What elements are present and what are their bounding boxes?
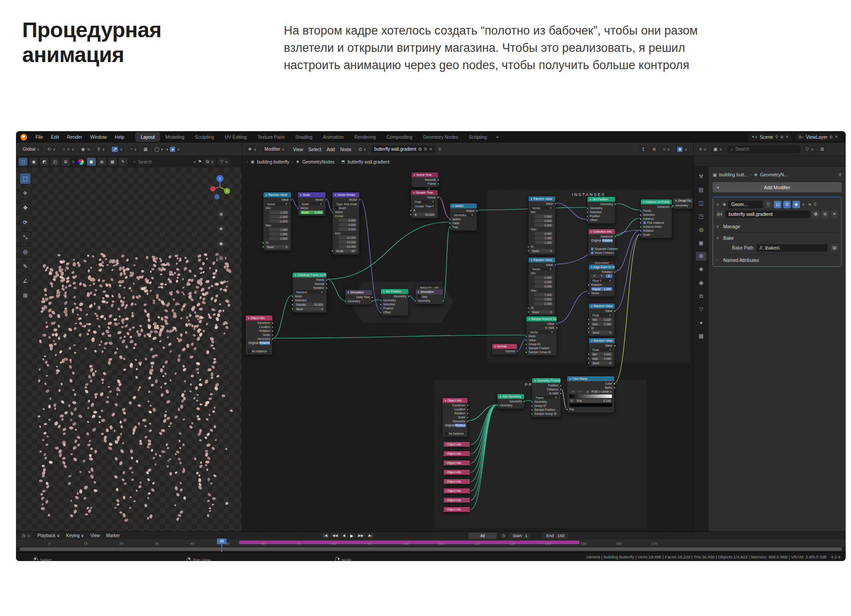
playhead-frame-badge[interactable]: 49 <box>217 538 227 544</box>
node-object-info-s7[interactable]: › Object Info <box>443 497 471 503</box>
timeline-scrollbar[interactable] <box>20 547 842 551</box>
node-socket[interactable] <box>469 480 470 483</box>
breadcrumb-tree[interactable]: butterfly wall.gradient <box>348 160 390 164</box>
node-socket[interactable] <box>371 300 373 302</box>
node-socket[interactable] <box>525 343 527 345</box>
menu-file[interactable]: File <box>31 134 47 140</box>
node-value-field[interactable]: 10.000 <box>338 240 357 244</box>
node-socket[interactable] <box>331 250 333 252</box>
node-value-field[interactable]: 0.000 <box>338 227 357 231</box>
node-socket[interactable] <box>527 311 529 313</box>
node-value-field[interactable]: 0.000 <box>534 232 553 235</box>
viewport-toggle-3[interactable]: ▦ <box>108 158 117 166</box>
timeline-menu-marker[interactable]: Marker <box>103 533 123 538</box>
node-random-value-5[interactable]: ∨ Random ValueValueFloat∨Min0.000Max0.00… <box>588 338 615 367</box>
node-value-field[interactable]: Max0.080 <box>591 322 612 326</box>
node-value-field[interactable]: -1.000 <box>269 215 289 218</box>
node-socket[interactable] <box>358 199 361 201</box>
editor-type-icon[interactable]: ◷∨ <box>20 532 32 539</box>
node-value-field[interactable]: Seed0 <box>531 249 553 253</box>
node-socket[interactable] <box>262 246 264 248</box>
proportional-edit-group[interactable]: ◉∿ <box>79 146 93 153</box>
outliner-body[interactable] <box>694 156 846 167</box>
node-header[interactable]: ∨ Scene Time <box>412 172 438 177</box>
node-header[interactable]: ∨ Instance on Points <box>641 199 672 204</box>
node-dropdown[interactable]: Scale∨ <box>300 202 323 206</box>
node-value-field[interactable]: 7.000 <box>534 293 553 296</box>
node-socket[interactable] <box>672 204 674 207</box>
jump-to-start-button[interactable]: |◀ <box>322 533 329 538</box>
node-collection-info[interactable]: ∨ Collection InfoInstancesOriginalRelati… <box>588 229 616 257</box>
node-object-info-s6[interactable]: › Object Info <box>443 488 471 494</box>
node-header[interactable]: ∨ Geometry Proximity <box>532 378 561 383</box>
node-color-ramp[interactable]: ∨ Color RampColorAlpha+−∨RGB ∨Linear ∨0P… <box>567 376 615 413</box>
node-object-info-s8[interactable]: › Object Info <box>443 507 471 512</box>
workspace-tab-modeling[interactable]: Modeling <box>160 132 190 142</box>
node-group-output[interactable]: ∨ Group Ou...Geometry <box>673 198 693 209</box>
node-socket[interactable] <box>291 295 294 297</box>
node-socket[interactable] <box>613 382 616 385</box>
node-socket[interactable] <box>380 311 382 313</box>
close-icon[interactable]: ✕ <box>835 135 838 139</box>
node-switch[interactable]: ∨ SwitchOutputGeometry∨SwitchFalseTrue <box>450 203 477 231</box>
zoom-icon[interactable]: ⊕ <box>217 210 225 218</box>
node-random-value-3[interactable]: ∨ Random ValueValueVector∨Min:0.0000.000… <box>528 257 556 316</box>
node-socket[interactable] <box>325 287 328 289</box>
node-join-geometry[interactable]: ∨ Join GeometryGeometryGeometry <box>497 394 525 409</box>
properties-tab-1[interactable]: ▤ <box>696 185 706 194</box>
viewport-search-input[interactable]: ⌕ Search <box>129 158 192 166</box>
node-socket[interactable] <box>614 203 616 205</box>
node-group-field[interactable]: butterfly wall.gradient <box>726 211 810 218</box>
pin-icon[interactable]: ⚲ <box>839 172 842 177</box>
node-object-info-s5[interactable]: › Object Info <box>443 479 471 484</box>
node-header[interactable]: ∨ Random Value <box>589 338 615 343</box>
brush-icon[interactable]: ✎ <box>119 158 128 166</box>
node-scale[interactable]: ∨ ScaleVectorScale∨VectorScale0.003 <box>298 192 326 216</box>
ramp-control[interactable]: − <box>577 390 584 394</box>
node-dropdown[interactable]: Greater Than∨ <box>413 204 435 208</box>
ramp-control[interactable]: RGB ∨ <box>592 390 601 394</box>
node-socket[interactable] <box>531 401 533 403</box>
frame-start-field[interactable]: Start1 <box>509 533 531 539</box>
properties-tab-8[interactable]: ◉ <box>696 278 706 287</box>
node-align-euler-to-vector[interactable]: Deprecated∨ Align Euler to VectorRotatio… <box>588 264 615 297</box>
node-socket[interactable] <box>271 334 274 336</box>
node-group-icon[interactable]: ◘∨ <box>716 211 724 218</box>
node-socket[interactable] <box>639 218 642 220</box>
node-header[interactable]: ∨ Random Value <box>263 192 291 197</box>
segment-button[interactable]: Y <box>598 274 605 278</box>
node-socket[interactable] <box>588 327 590 329</box>
node-value-field[interactable]: 1.000 <box>269 237 289 240</box>
node-socket[interactable] <box>469 462 470 464</box>
checkbox[interactable]: ✓ <box>591 247 594 250</box>
timeline-menu-view[interactable]: View <box>87 533 103 538</box>
play-reverse-button[interactable]: ◀ <box>341 533 347 538</box>
node-socket[interactable] <box>443 490 444 492</box>
select-circle-mode[interactable]: ◩ <box>40 158 49 166</box>
manage-section[interactable]: ∨Manage <box>716 221 838 230</box>
node-dropdown[interactable]: Geometry∨ <box>452 213 475 217</box>
node-socket[interactable] <box>531 405 533 407</box>
node-socket[interactable] <box>588 292 590 294</box>
node-scene-time[interactable]: ∨ Scene TimeSecondsFrame <box>411 172 439 187</box>
checkbox[interactable] <box>445 432 448 435</box>
node-header[interactable]: ∨ Random Value <box>529 196 555 201</box>
node-socket[interactable] <box>566 408 568 410</box>
node-header[interactable]: ∨ Sample Nearest Surfa... <box>526 316 557 321</box>
gizmo-toggle-icon[interactable]: ▦ <box>141 146 150 153</box>
node-socket[interactable] <box>586 219 588 221</box>
ramp-position-field[interactable]: Pos0.145 <box>576 399 612 402</box>
properties-tab-10[interactable]: ▽ <box>696 305 706 314</box>
node-menu-select[interactable]: Select <box>306 147 324 152</box>
viewport-display-toggle[interactable]: ⊡ <box>783 201 791 208</box>
workspace-tab-texture-paint[interactable]: Texture Paint <box>252 132 290 142</box>
cursor-tool-icon[interactable]: ⚲∨ <box>95 146 107 153</box>
node-socket[interactable] <box>588 331 590 334</box>
node-value-field[interactable]: Min0.020 <box>591 318 612 321</box>
node-slider[interactable]: Factor1.000 <box>591 287 612 291</box>
node-value-field[interactable]: Seed0 <box>591 331 612 334</box>
ramp-control[interactable]: + <box>569 390 576 394</box>
node-value-field[interactable]: 0.000 <box>534 276 553 279</box>
select-box-tool[interactable]: ⬚ <box>20 173 31 184</box>
properties-tab-5[interactable]: ▣ <box>696 238 706 247</box>
